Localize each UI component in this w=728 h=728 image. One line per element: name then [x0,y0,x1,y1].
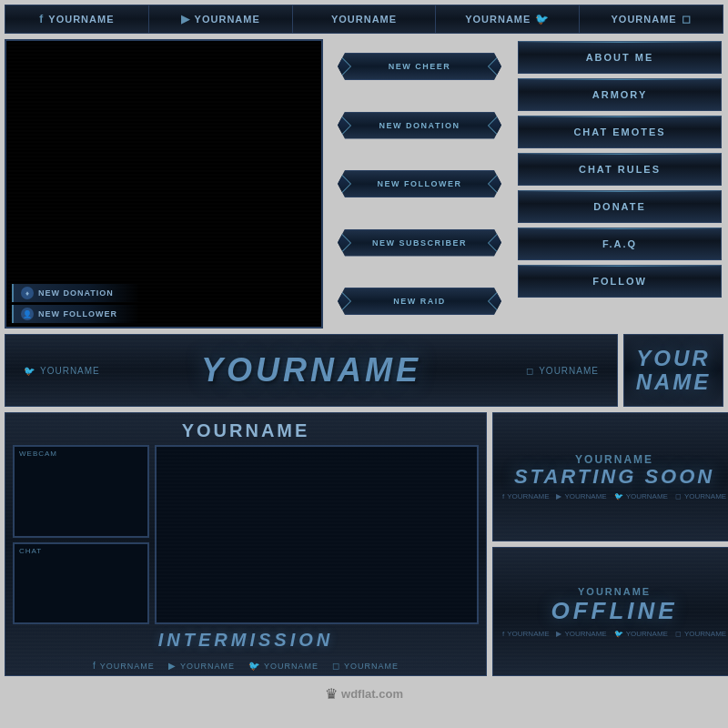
banner-social-left-text: YOURNAME [40,366,100,376]
twitter-icon: 🐦 [535,13,550,25]
ss-footer-twitter-icon: 🐦 [614,492,623,500]
alert-follower: NEW FOLLOWER [329,161,511,207]
follower-icon: 👤 [21,308,34,320]
nav-bar: f YOURNAME ▶ YOURNAME YOURNAME YOURNAME … [5,5,723,34]
banner-main: 🐦 YOURNAME YOURNAME ◻ YOURNAME [5,334,618,407]
stream-screen: ♦ NEW DONATION 👤 NEW FOLLOWER [5,39,323,329]
donation-icon: ♦ [21,287,34,299]
nav-item-youtube[interactable]: ▶ YOURNAME [149,5,293,33]
nav-label-twitter: YOURNAME [465,14,531,25]
alert-cheer-label: NEW CHEER [389,62,451,71]
instagram-banner-icon: ◻ [526,366,534,376]
main-container: f YOURNAME ▶ YOURNAME YOURNAME YOURNAME … [5,5,723,706]
alert-raid-label: NEW RAID [393,297,446,306]
section-3: YOURNAME WEBCAM CHAT INTERMISSION f [5,412,723,676]
alert-donation: NEW DONATION [329,103,511,148]
nav-item-facebook[interactable]: f YOURNAME [5,5,149,33]
off-footer-youtube: ▶ YOURNAME [556,630,606,638]
banner-social-left: 🐦 YOURNAME [24,366,100,376]
banner-title: YOURNAME [201,351,421,389]
alert-subscriber-label: NEW SUBSCRIBER [372,238,467,248]
ss-footer-facebook-icon: f [502,492,504,500]
alert-panels: NEW CHEER NEW DONATION NEW FOLLOWER NEW … [329,39,511,329]
int-footer-youtube: ▶ YOURNAME [168,661,235,671]
alert-cheer: NEW CHEER [329,44,511,89]
banner-social-right-text: YOURNAME [539,366,599,376]
stream-bottom-bar: ♦ NEW DONATION 👤 NEW FOLLOWER [6,280,321,327]
stream-preview: ♦ NEW DONATION 👤 NEW FOLLOWER [5,39,323,329]
ss-footer-twitter-text: YOURNAME [626,492,668,500]
panel-buttons: ABOUT ME ARMORY CHAT EMOTES CHAT RULES D… [516,39,723,329]
alert-follower-label: NEW FOLLOWER [378,179,462,188]
section-banner: 🐦 YOURNAME YOURNAME ◻ YOURNAME YOURNAME [5,334,723,407]
int-right [155,445,479,624]
panel-btn-donate-label: DONATE [593,201,646,212]
panel-btn-follow[interactable]: FOLLOW [518,265,722,298]
panel-btn-armory[interactable]: ARMORY [518,78,722,111]
panel-btn-faq-label: F.A.Q [602,238,637,249]
ss-footer-instagram: ◻ YOURNAME [675,492,726,500]
int-top: YOURNAME [5,413,486,445]
off-footer-youtube-text: YOURNAME [564,630,606,638]
nav-label-youtube: YOURNAME [195,14,260,25]
nav-item-instagram[interactable]: YOURNAME ◻ [580,5,723,33]
youtube-icon: ▶ [181,13,190,25]
intermission-text: INTERMISSION [158,630,333,651]
panel-btn-about-me[interactable]: ABOUT ME [518,41,722,74]
instagram-icon: ◻ [682,13,692,25]
off-footer-facebook-text: YOURNAME [507,630,549,638]
panel-btn-chat-emotes[interactable]: CHAT EMOTES [518,116,722,148]
alert-subscriber: NEW SUBSCRIBER [329,220,511,266]
twitter-banner-icon: 🐦 [24,366,35,376]
nav-item-main[interactable]: YOURNAME [293,5,437,33]
footer-logo: ♛ wdflat.com [325,685,403,703]
ss-footer-youtube-icon: ▶ [556,492,561,500]
int-footer-facebook-icon: f [93,661,96,671]
webcam-box: WEBCAM [13,445,149,538]
ss-footer-youtube: ▶ YOURNAME [556,492,606,500]
ss-footer-facebook-text: YOURNAME [507,492,549,500]
footer-brand: wdflat.com [341,687,403,701]
panel-btn-chat-rules[interactable]: CHAT RULES [518,153,722,186]
nav-label-main: YOURNAME [331,14,397,25]
ss-footer-instagram-icon: ◻ [675,492,682,500]
footer-crown-icon: ♛ [325,685,338,703]
panel-btn-faq[interactable]: F.A.Q [518,228,722,260]
off-footer-facebook-icon: f [502,630,504,638]
panel-btn-donate[interactable]: DONATE [518,190,722,223]
banner-name-box: YOURNAME [623,334,723,407]
int-footer-instagram-icon: ◻ [332,661,340,671]
banner-social-right: ◻ YOURNAME [526,366,599,376]
int-footer-youtube-icon: ▶ [168,661,177,671]
int-footer-facebook-text: YOURNAME [100,662,155,671]
stream-label-follower: 👤 NEW FOLLOWER [12,305,139,323]
nav-label-facebook: YOURNAME [48,14,114,25]
ss-footer-youtube-text: YOURNAME [564,492,606,500]
int-footer-twitter: 🐦 YOURNAME [248,661,318,671]
int-footer-youtube-text: YOURNAME [180,662,235,671]
stream-label-follower-text: NEW FOLLOWER [38,309,117,318]
alert-bar-raid: NEW RAID [338,288,501,315]
alert-raid: NEW RAID [329,278,511,324]
offline-panel: YOURNAME OFFLINE f YOURNAME ▶ YOURNAME 🐦… [492,547,728,676]
panel-btn-about-me-label: ABOUT ME [586,52,654,63]
int-panel-title: YOURNAME [182,420,310,441]
off-footer-instagram-text: YOURNAME [684,630,726,638]
panel-btn-chat-rules-label: CHAT RULES [579,164,661,175]
panel-btn-armory-label: ARMORY [592,89,647,100]
section-stream-alerts-panels: ♦ NEW DONATION 👤 NEW FOLLOWER NEW CHEER [5,39,723,329]
starting-soon-panel: YOURNAME STARTING SOON f YOURNAME ▶ YOUR… [492,412,728,541]
off-footer-instagram: ◻ YOURNAME [675,630,726,638]
alert-bar-subscriber: NEW SUBSCRIBER [338,229,501,257]
nav-item-twitter[interactable]: YOURNAME 🐦 [436,5,580,33]
ss-footer-twitter: 🐦 YOURNAME [614,492,668,500]
ss-footer-instagram-text: YOURNAME [684,492,726,500]
webcam-label: WEBCAM [19,450,57,458]
right-panels: YOURNAME STARTING SOON f YOURNAME ▶ YOUR… [492,412,728,676]
intermission-panel: YOURNAME WEBCAM CHAT INTERMISSION f [5,412,487,676]
ss-yourname: YOURNAME [575,453,653,466]
banner-name-text: YOURNAME [636,347,712,395]
off-title: OFFLINE [551,597,677,625]
alert-bar-cheer: NEW CHEER [338,53,501,80]
off-yourname: YOURNAME [578,586,651,597]
